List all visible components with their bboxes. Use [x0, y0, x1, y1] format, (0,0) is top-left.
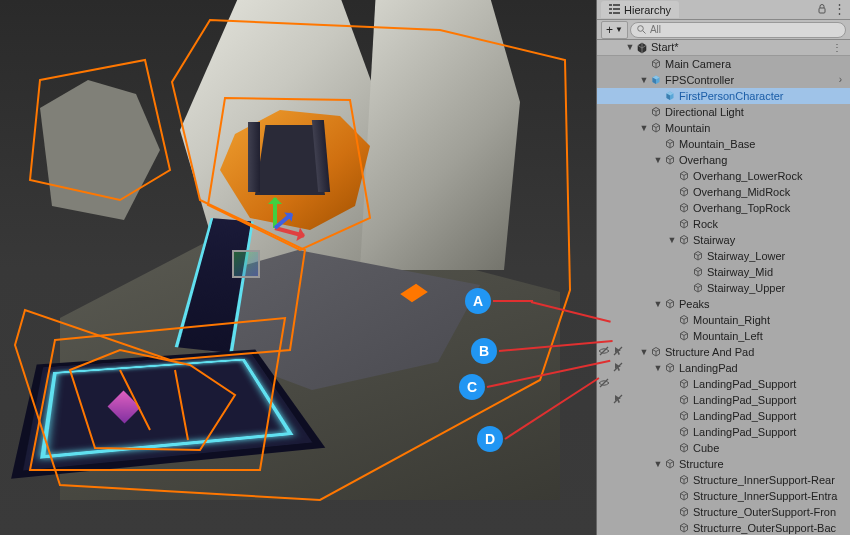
tree-item[interactable]: ▶LandingPad_Support: [597, 392, 850, 408]
tree-item[interactable]: ▼LandingPad: [597, 360, 850, 376]
foldout-arrow-icon[interactable]: ▼: [639, 348, 649, 357]
cube-icon: [663, 361, 677, 375]
tree-item-label: Mountain_Base: [679, 139, 755, 150]
cube-icon: [677, 441, 691, 455]
tree-item[interactable]: ▶Structure_OuterSupport-Fron: [597, 504, 850, 520]
tree-item[interactable]: ▶LandingPad_Support: [597, 376, 850, 392]
scene-row[interactable]: ▼Start*⋮: [597, 40, 850, 56]
hierarchy-tab[interactable]: Hierarchy: [601, 1, 679, 18]
tree-item[interactable]: ▼Structure And Pad: [597, 344, 850, 360]
tree-item[interactable]: ▶Structure_InnerSupport-Rear: [597, 472, 850, 488]
annotation-badge-a: A: [465, 288, 491, 314]
tree-item-label: Directional Light: [665, 107, 744, 118]
transform-gizmo[interactable]: [245, 198, 305, 258]
tree-item[interactable]: ▼Overhang: [597, 152, 850, 168]
pickability-toggle-icon[interactable]: [611, 393, 625, 407]
pickability-toggle-icon[interactable]: [611, 361, 625, 375]
cube-icon: [677, 505, 691, 519]
scene-view[interactable]: [0, 0, 596, 535]
tree-item[interactable]: ▶Mountain_Left: [597, 328, 850, 344]
tree-item[interactable]: ▶Rock: [597, 216, 850, 232]
tree-item[interactable]: ▶Overhang_MidRock: [597, 184, 850, 200]
tree-item-label: Mountain_Left: [693, 331, 763, 342]
foldout-arrow-icon[interactable]: ▼: [653, 300, 663, 309]
tree-item[interactable]: ▶Mountain_Base: [597, 136, 850, 152]
search-input[interactable]: [650, 24, 839, 35]
cube-icon: [691, 265, 705, 279]
tree-item[interactable]: ▶Stairway_Mid: [597, 264, 850, 280]
foldout-arrow-icon[interactable]: ▼: [639, 76, 649, 85]
hierarchy-tree[interactable]: ▼Start*⋮▶Main Camera▼FPSController›▶Firs…: [597, 40, 850, 535]
tree-item-label: LandingPad_Support: [693, 379, 796, 390]
tree-item-label: Stairway_Upper: [707, 283, 785, 294]
search-field[interactable]: [630, 22, 846, 38]
tree-item[interactable]: ▶Stairway_Upper: [597, 280, 850, 296]
cube-icon: [677, 393, 691, 407]
tree-item[interactable]: ▶Directional Light: [597, 104, 850, 120]
tree-item-label: Rock: [693, 219, 718, 230]
foldout-arrow-icon[interactable]: ▼: [653, 364, 663, 373]
annotation-badge-c: C: [459, 374, 485, 400]
cube-icon: [677, 201, 691, 215]
tree-item-label: Overhang_MidRock: [693, 187, 790, 198]
tree-item[interactable]: ▼Stairway: [597, 232, 850, 248]
prefab-icon: [663, 89, 677, 103]
hierarchy-toolbar: +▼: [597, 20, 850, 40]
tree-item-label: Structure_OuterSupport-Fron: [693, 507, 836, 518]
cube-icon: [677, 521, 691, 535]
visibility-toggle-icon[interactable]: [597, 377, 611, 391]
tree-item[interactable]: ▶FirstPersonCharacter: [597, 88, 850, 104]
cube-icon: [691, 281, 705, 295]
gizmo-x-axis[interactable]: [274, 226, 304, 238]
tree-item[interactable]: ▶Overhang_LowerRock: [597, 168, 850, 184]
tree-item[interactable]: ▶Overhang_TopRock: [597, 200, 850, 216]
visibility-toggle-icon[interactable]: [597, 345, 611, 359]
cube-icon: [649, 57, 663, 71]
tree-item[interactable]: ▶Main Camera: [597, 56, 850, 72]
svg-rect-0: [609, 4, 612, 6]
tree-item[interactable]: ▶Structure_InnerSupport-Entra: [597, 488, 850, 504]
foldout-arrow-icon[interactable]: ▼: [667, 236, 677, 245]
tree-item[interactable]: ▶LandingPad_Support: [597, 408, 850, 424]
gizmo-center-cube[interactable]: [232, 250, 260, 278]
foldout-arrow-icon[interactable]: ▼: [653, 156, 663, 165]
scene-geometry: [0, 0, 596, 535]
cube-icon: [677, 489, 691, 503]
tree-item[interactable]: ▼Peaks: [597, 296, 850, 312]
unity-icon: [635, 41, 649, 55]
tree-item[interactable]: ▶Mountain_Right: [597, 312, 850, 328]
context-menu-icon[interactable]: ⋮: [832, 43, 846, 53]
tree-item[interactable]: ▼FPSController›: [597, 72, 850, 88]
hierarchy-panel: Hierarchy ⋮ +▼ ▼Start*⋮▶Main Camera▼FPSC…: [596, 0, 850, 535]
cube-icon: [677, 329, 691, 343]
pickability-toggle-icon[interactable]: [611, 345, 625, 359]
panel-header: Hierarchy ⋮: [597, 0, 850, 20]
cube-icon: [677, 377, 691, 391]
lock-icon[interactable]: [817, 4, 827, 16]
tree-item-label: Structurre_OuterSupport-Bac: [693, 523, 836, 534]
prefab-open-icon[interactable]: ›: [839, 75, 846, 85]
foldout-arrow-icon[interactable]: ▼: [639, 124, 649, 133]
cube-icon: [663, 137, 677, 151]
tree-item-label: LandingPad: [679, 363, 738, 374]
svg-rect-5: [613, 12, 620, 14]
foldout-arrow-icon[interactable]: ▼: [625, 43, 635, 52]
menu-icon[interactable]: ⋮: [833, 4, 846, 16]
tree-item[interactable]: ▶Structurre_OuterSupport-Bac: [597, 520, 850, 535]
foldout-arrow-icon[interactable]: ▼: [653, 460, 663, 469]
tree-item-label: Stairway: [693, 235, 735, 246]
tree-item[interactable]: ▼Mountain: [597, 120, 850, 136]
tree-item[interactable]: ▶LandingPad_Support: [597, 424, 850, 440]
tree-item-label: LandingPad_Support: [693, 395, 796, 406]
svg-line-12: [600, 379, 608, 387]
svg-rect-3: [613, 4, 620, 6]
tree-item[interactable]: ▼Structure: [597, 456, 850, 472]
tree-item-label: Stairway_Lower: [707, 251, 785, 262]
cube-icon: [677, 217, 691, 231]
svg-rect-6: [819, 8, 825, 13]
tree-item[interactable]: ▶Cube: [597, 440, 850, 456]
search-icon: [637, 24, 646, 36]
tree-item[interactable]: ▶Stairway_Lower: [597, 248, 850, 264]
create-button[interactable]: +▼: [601, 21, 628, 39]
cube-icon: [649, 105, 663, 119]
